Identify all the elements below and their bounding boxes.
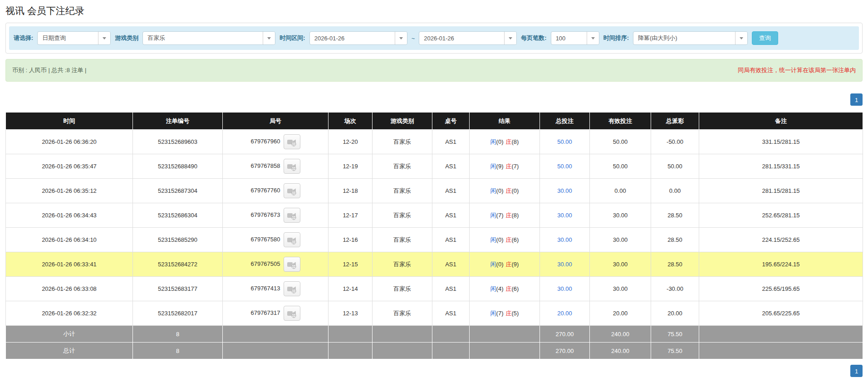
header-table-no: 桌号 <box>432 113 470 130</box>
cell-total-bet: 50.00 <box>540 154 590 179</box>
cell-game-type: 百家乐 <box>373 154 432 179</box>
cell-bet-id: 523152683177 <box>133 277 223 301</box>
cell-session: 12-14 <box>329 277 373 301</box>
cell-game-type: 百家乐 <box>373 179 432 203</box>
table-row: 2026-01-26 06:32:32 523152682017 6797673… <box>6 301 863 326</box>
watch-video-button[interactable] <box>284 281 300 296</box>
header-session: 场次 <box>329 113 373 130</box>
video-icon <box>287 162 297 171</box>
watch-video-button[interactable] <box>284 232 300 247</box>
result-banker-score: (6) <box>512 236 519 243</box>
cell-round-id: 679767858 <box>223 154 329 179</box>
cell-round-id: 679767413 <box>223 277 329 301</box>
cell-session: 12-18 <box>329 179 373 203</box>
round-number: 679767505 <box>250 260 280 267</box>
result-banker-label: 庄 <box>506 163 512 170</box>
search-button[interactable]: 查询 <box>752 31 778 45</box>
chevron-down-icon[interactable] <box>395 32 407 44</box>
watch-video-button[interactable] <box>284 134 300 149</box>
watch-video-button[interactable] <box>284 208 300 223</box>
cell-time: 2026-01-26 06:34:43 <box>6 203 133 228</box>
total-bet-link[interactable]: 50.00 <box>557 163 572 170</box>
summary-bar: 币别 : 人民币 | 总共 :8 注单 | 同局有效投注，统一计算在该局第一张注… <box>5 59 863 82</box>
chevron-down-icon[interactable] <box>735 32 747 44</box>
video-icon <box>287 137 297 147</box>
table-row: 2026-01-26 06:35:12 523152687304 6797677… <box>6 179 863 203</box>
chevron-down-icon[interactable] <box>504 32 516 44</box>
date-from-select[interactable]: 2026-01-26 <box>309 31 407 45</box>
cell-time: 2026-01-26 06:34:10 <box>6 228 133 252</box>
query-type-select[interactable]: 日期查询 <box>37 31 111 45</box>
watch-video-button[interactable] <box>284 306 300 321</box>
cell-table-no: AS1 <box>432 179 470 203</box>
cell-table-no: AS1 <box>432 203 470 228</box>
pagination-bottom: 1 <box>5 365 863 377</box>
chevron-down-icon[interactable] <box>98 32 110 44</box>
total-bet-link[interactable]: 30.00 <box>557 187 572 194</box>
page-1-button[interactable]: 1 <box>850 365 863 377</box>
total-bet-link[interactable]: 50.00 <box>557 138 572 145</box>
cell-valid-bet: 30.00 <box>590 252 651 277</box>
select-type-label: 请选择: <box>14 34 33 42</box>
table-row: 2026-01-26 06:35:47 523152688490 6797678… <box>6 154 863 179</box>
total-bet-link[interactable]: 30.00 <box>557 261 572 268</box>
cell-valid-bet: 20.00 <box>590 301 651 326</box>
result-player-label: 闲 <box>490 138 496 145</box>
result-player-score: (0) <box>496 187 504 194</box>
cell-remark: 281.15/281.15 <box>699 179 863 203</box>
total-bet-link[interactable]: 30.00 <box>557 285 572 292</box>
round-number: 679767858 <box>250 162 280 169</box>
game-type-select[interactable]: 百家乐 <box>142 31 275 45</box>
subtotal-total-bet: 270.00 <box>540 326 590 343</box>
cell-bet-id: 523152686304 <box>133 203 223 228</box>
cell-table-no: AS1 <box>432 154 470 179</box>
watch-video-button[interactable] <box>284 257 300 272</box>
cell-time: 2026-01-26 06:33:41 <box>6 252 133 277</box>
round-number: 679767673 <box>250 211 280 218</box>
sort-select[interactable]: 降冪(由大到小) <box>633 31 748 45</box>
cell-round-id: 679767673 <box>223 203 329 228</box>
cell-payout: 0.00 <box>651 179 699 203</box>
result-player-score: (9) <box>496 163 504 170</box>
filter-bar: 请选择: 日期查询 游戏类别 百家乐 时间区间: 2026-01-26 ~ 20… <box>9 26 859 50</box>
cell-round-id: 679767317 <box>223 301 329 326</box>
result-banker-label: 庄 <box>506 187 512 194</box>
header-round-id: 局号 <box>223 113 329 130</box>
date-to-select[interactable]: 2026-01-26 <box>419 31 517 45</box>
chevron-down-icon[interactable] <box>263 32 275 44</box>
result-player-score: (7) <box>496 212 504 219</box>
header-result: 结果 <box>470 113 540 130</box>
total-bet-link[interactable]: 30.00 <box>557 212 572 219</box>
query-type-value: 日期查询 <box>38 34 98 42</box>
cell-bet-id: 523152689603 <box>133 130 223 154</box>
cell-bet-id: 523152684272 <box>133 252 223 277</box>
cell-remark: 195.65/224.15 <box>699 252 863 277</box>
result-player-label: 闲 <box>490 285 496 292</box>
per-page-select[interactable]: 100 <box>551 31 599 45</box>
result-banker-label: 庄 <box>506 138 512 145</box>
total-bet-link[interactable]: 30.00 <box>557 236 572 243</box>
cell-round-id: 679767505 <box>223 252 329 277</box>
cell-valid-bet: 30.00 <box>590 277 651 301</box>
records-table: 时间 注单编号 局号 场次 游戏类别 桌号 结果 总投注 有效投注 总派彩 备注… <box>5 112 863 359</box>
result-banker-score: (8) <box>512 212 519 219</box>
header-bet-id: 注单编号 <box>133 113 223 130</box>
video-icon <box>287 211 297 220</box>
cell-valid-bet: 50.00 <box>590 154 651 179</box>
cell-valid-bet: 0.00 <box>590 179 651 203</box>
result-banker-score: (6) <box>512 285 519 292</box>
date-from-value: 2026-01-26 <box>310 35 395 42</box>
result-player-score: (0) <box>496 236 504 243</box>
result-player-label: 闲 <box>490 163 496 170</box>
cell-session: 12-13 <box>329 301 373 326</box>
chevron-down-icon[interactable] <box>587 32 599 44</box>
page-1-button[interactable]: 1 <box>850 93 863 106</box>
watch-video-button[interactable] <box>284 183 300 198</box>
watch-video-button[interactable] <box>284 159 300 174</box>
header-time: 时间 <box>6 113 133 130</box>
result-player-score: (0) <box>496 261 504 268</box>
total-bet-link[interactable]: 20.00 <box>557 310 572 317</box>
result-player-score: (0) <box>496 138 504 145</box>
result-player-label: 闲 <box>490 187 496 194</box>
cell-total-bet: 30.00 <box>540 277 590 301</box>
